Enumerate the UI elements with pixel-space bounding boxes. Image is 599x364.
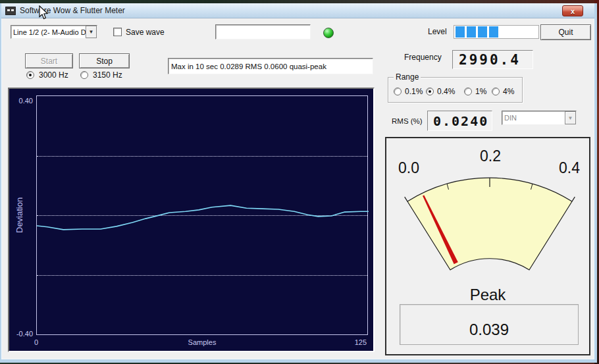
peak-label: Peak bbox=[386, 286, 589, 304]
deviation-curve bbox=[37, 205, 369, 230]
analog-meter: 0.0 0.2 0.4 Peak 0.039 bbox=[385, 137, 590, 355]
chevron-down-icon: ▼ bbox=[565, 111, 576, 124]
frequency-display: 2990.4 bbox=[452, 50, 533, 69]
x-tick-max: 125 bbox=[347, 338, 367, 346]
close-button[interactable]: x bbox=[562, 5, 583, 16]
deviation-chart: 0.40 -0.40 Deviation 0 Samples 125 bbox=[8, 88, 375, 352]
save-wave-checkbox[interactable] bbox=[113, 28, 122, 36]
audio-device-select[interactable]: Line 1/2 (2- M-Audio De ▼ bbox=[11, 25, 97, 39]
status-box: Max in 10 sec 0.0289 RMS 0.0600 quasi-pe… bbox=[168, 58, 373, 74]
radio-3150hz[interactable] bbox=[80, 71, 88, 79]
radio-range-4-label: 4% bbox=[503, 87, 514, 96]
radio-range-1[interactable] bbox=[464, 88, 472, 95]
x-axis-label: Samples bbox=[172, 338, 232, 346]
curve-svg bbox=[37, 96, 369, 336]
quit-button[interactable]: Quit bbox=[540, 24, 591, 40]
stop-button[interactable]: Stop bbox=[79, 53, 130, 68]
start-button[interactable]: Start bbox=[25, 53, 73, 68]
radio-range-0.1-label: 0.1% bbox=[405, 87, 423, 96]
radio-3000hz[interactable] bbox=[26, 71, 34, 79]
rms-label: RMS (%) bbox=[392, 117, 423, 125]
peak-display: 0.039 bbox=[400, 304, 579, 345]
plot-area bbox=[36, 95, 368, 335]
status-text: Max in 10 sec 0.0289 RMS 0.0600 quasi-pe… bbox=[169, 63, 326, 70]
x-tick-min: 0 bbox=[34, 338, 38, 346]
range-groupbox: Range 0.1% 0.4% 1% 4% bbox=[388, 77, 523, 103]
frequency-label: Frequency bbox=[404, 53, 442, 62]
radio-range-0.1[interactable] bbox=[394, 88, 402, 95]
status-led-icon bbox=[323, 28, 334, 38]
radio-3000hz-label: 3000 Hz bbox=[39, 70, 68, 80]
audio-device-value: Line 1/2 (2- M-Audio De bbox=[11, 28, 86, 36]
peak-value: 0.039 bbox=[469, 321, 509, 344]
weighting-select[interactable]: DIN ▼ bbox=[502, 111, 577, 125]
wave-filename-input[interactable] bbox=[215, 24, 311, 39]
range-label: Range bbox=[394, 72, 421, 82]
radio-range-0.4[interactable] bbox=[426, 88, 434, 95]
y-axis-label: Deviation bbox=[11, 95, 28, 335]
tick-major-0.0 bbox=[405, 197, 407, 201]
meter-face bbox=[407, 178, 572, 270]
rms-display: 0.0240 bbox=[427, 111, 492, 131]
app-icon bbox=[5, 7, 16, 15]
radio-range-4[interactable] bbox=[492, 88, 500, 95]
weighting-value: DIN bbox=[502, 114, 565, 122]
app-window: Software Wow & Flutter Meter x Line 1/2 … bbox=[0, 3, 597, 363]
radio-range-0.4-label: 0.4% bbox=[437, 87, 455, 96]
level-bar-segments bbox=[456, 26, 498, 38]
radio-range-1-label: 1% bbox=[475, 87, 486, 96]
tick-major-0.4 bbox=[572, 197, 575, 201]
radio-3150hz-label: 3150 Hz bbox=[93, 70, 122, 80]
save-wave-label: Save wave bbox=[126, 28, 165, 37]
level-meter bbox=[454, 25, 539, 39]
level-label: Level bbox=[428, 27, 447, 36]
title-bar[interactable]: Software Wow & Flutter Meter x bbox=[1, 3, 594, 18]
window-title: Software Wow & Flutter Meter bbox=[20, 6, 125, 15]
chevron-down-icon[interactable]: ▼ bbox=[86, 26, 97, 38]
